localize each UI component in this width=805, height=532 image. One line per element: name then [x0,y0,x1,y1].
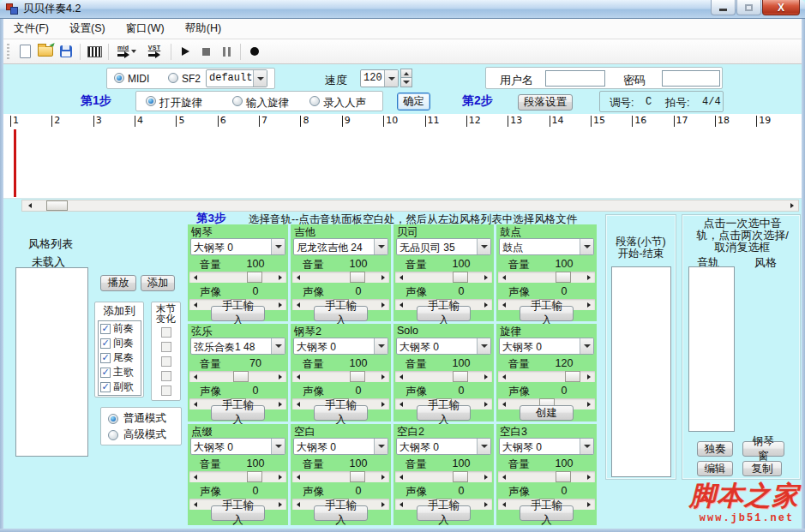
add-to-item[interactable]: ✓副歌 [99,380,141,394]
slider-left-icon[interactable] [498,371,510,382]
slider-left-icon[interactable] [498,398,510,409]
slider-right-icon[interactable] [274,398,286,409]
slider-left-icon[interactable] [395,398,407,409]
channel-action-button[interactable]: 手工输入 [314,306,368,321]
instrument-select[interactable]: 弦乐合奏1 48 [190,338,285,355]
open-folder-icon[interactable] [35,41,56,62]
menu-help[interactable]: 帮助(H) [175,19,231,39]
slider-left-icon[interactable] [498,471,510,482]
checkbox[interactable]: ✓ [100,353,111,363]
style-listbox[interactable] [15,267,88,457]
speed-stepper[interactable] [400,69,412,87]
slider-right-icon[interactable] [274,499,286,510]
slider-right-icon[interactable] [583,471,595,482]
chevron-down-icon[interactable] [253,70,267,87]
volume-slider[interactable] [498,272,595,283]
slider-right-icon[interactable] [377,272,389,283]
mixer-channel[interactable]: 弦乐 弦乐合奏1 48 音量 70 声像 0 [188,324,288,421]
soundfont-select[interactable]: default [206,69,267,87]
export-vst-icon[interactable]: VST [141,41,167,62]
volume-slider[interactable] [292,272,389,283]
password-input[interactable] [662,70,720,87]
volume-slider[interactable] [498,471,595,482]
slider-right-icon[interactable] [480,398,492,409]
confirm-button[interactable]: 确定 [397,93,430,111]
menu-file[interactable]: 文件(F) [3,19,59,39]
channel-action-button[interactable]: 手工输入 [520,306,574,321]
channel-action-button[interactable]: 手工输入 [314,405,368,421]
slider-left-icon[interactable] [189,471,201,482]
slider-right-icon[interactable] [480,499,492,510]
close-button[interactable]: X [762,0,800,15]
channel-action-button[interactable]: 手工输入 [314,505,368,521]
chevron-down-icon[interactable] [580,239,593,254]
instrument-select[interactable]: 无品贝司 35 [396,238,491,255]
slider-thumb[interactable] [233,371,249,382]
slider-left-icon[interactable] [498,272,510,283]
section-settings-button[interactable]: 段落设置 [518,94,573,111]
checkbox[interactable] [161,342,171,352]
mixer-channel[interactable]: 钢琴2 大钢琴 0 音量 100 声像 0 [291,324,391,421]
add-to-list[interactable]: ✓前奏✓间奏✓尾奏✓主歌✓副歌 [98,320,141,396]
slider-right-icon[interactable] [480,299,492,310]
timeline-scrollbar[interactable] [21,200,799,212]
track-area[interactable]: 12345678910111213141516171819 [3,114,802,199]
slider-thumb[interactable] [350,471,365,482]
maximize-button[interactable] [736,0,761,15]
record-voice-radio[interactable] [309,96,320,106]
scroll-left-icon[interactable] [24,200,36,211]
channel-action-button[interactable]: 手工输入 [417,405,471,421]
slider-left-icon[interactable] [292,299,304,310]
add-to-item[interactable]: ✓尾奏 [99,350,141,365]
stepper-down-icon[interactable] [400,78,412,87]
slider-right-icon[interactable] [377,499,389,510]
slider-left-icon[interactable] [292,398,304,409]
slider-right-icon[interactable] [583,272,595,283]
slider-thumb[interactable] [556,272,571,283]
slider-right-icon[interactable] [377,299,389,310]
channel-action-button[interactable]: 手工输入 [211,505,265,521]
slider-right-icon[interactable] [274,371,286,382]
slider-right-icon[interactable] [583,299,595,310]
mixer-channel[interactable]: 鼓点 鼓点 音量 100 声像 0 手工输 [496,224,597,321]
chevron-down-icon[interactable] [477,439,490,454]
save-icon[interactable] [56,41,76,62]
chevron-down-icon[interactable] [384,70,398,87]
mixer-channel[interactable]: 点缀 大钢琴 0 音量 100 声像 0 [188,424,288,525]
volume-slider[interactable] [395,471,492,482]
slider-left-icon[interactable] [189,299,201,310]
slider-right-icon[interactable] [377,371,389,382]
checkbox[interactable]: ✓ [100,382,111,392]
slider-left-icon[interactable] [292,471,304,482]
mixer-channel[interactable]: 空白3 大钢琴 0 音量 100 声像 0 [496,424,597,525]
speed-select[interactable]: 120 [360,69,399,87]
mixer-channel[interactable]: 旋律 大钢琴 0 音量 120 声像 0 [496,324,597,421]
mode-option[interactable]: 高级模式 [101,427,181,443]
slider-left-icon[interactable] [189,398,201,409]
chevron-down-icon[interactable] [271,239,285,254]
stepper-up-icon[interactable] [400,69,412,78]
channel-action-button[interactable]: 创建 [520,405,574,421]
add-style-button[interactable]: 添加 [141,275,175,291]
instrument-select[interactable]: 鼓点 [499,238,594,255]
scrollbar-thumb[interactable] [46,200,68,211]
solo-button[interactable]: 独奏 [697,441,733,457]
instrument-select[interactable]: 大钢琴 0 [396,438,491,455]
slider-left-icon[interactable] [292,272,304,283]
slider-thumb[interactable] [247,272,262,283]
slider-left-icon[interactable] [292,371,304,382]
mode-radio[interactable] [108,414,118,424]
section-listbox[interactable] [611,266,671,477]
username-input[interactable] [545,70,605,87]
chevron-down-icon[interactable] [131,50,136,53]
mixer-channel[interactable]: 贝司 无品贝司 35 音量 100 声像 0 [393,224,494,321]
slider-left-icon[interactable] [395,272,407,283]
slider-right-icon[interactable] [583,499,595,510]
slider-left-icon[interactable] [189,499,201,510]
slider-left-icon[interactable] [395,471,407,482]
slider-right-icon[interactable] [583,398,595,409]
menu-settings[interactable]: 设置(S) [59,19,116,39]
open-melody-radio[interactable] [146,96,156,106]
piano-roll-icon[interactable] [84,41,105,62]
slider-left-icon[interactable] [498,299,510,310]
